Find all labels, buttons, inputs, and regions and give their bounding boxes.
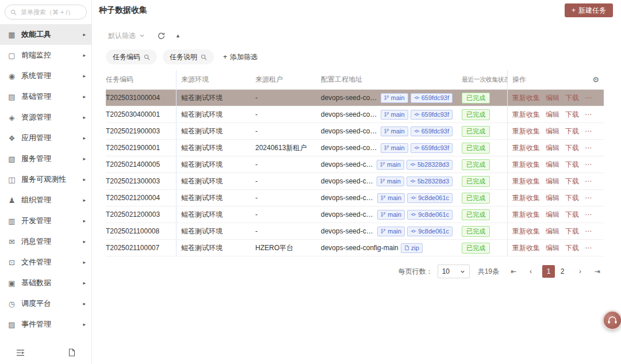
edit-link[interactable]: 编辑 (546, 110, 559, 120)
table-row[interactable]: T2025030400001 鲲苍测试环境 - devops-seed-con.… (106, 106, 604, 123)
table-row[interactable]: T2025021100007 鲲苍测试环境 HZERO平台 devops-see… (106, 240, 604, 256)
commit-tag[interactable]: 9c8de061c (407, 210, 453, 220)
sidebar-item[interactable]: ⊡ 文件管理 ▸ (0, 252, 91, 273)
edit-link[interactable]: 编辑 (546, 193, 559, 203)
recollect-link[interactable]: 重新收集 (512, 177, 540, 186)
more-actions-icon[interactable]: ⋯ (585, 94, 592, 102)
column-settings-icon[interactable]: ⚙ (592, 75, 599, 84)
column-header-task-code[interactable]: 任务编码 (106, 70, 176, 89)
more-actions-icon[interactable]: ⋯ (585, 127, 592, 135)
more-actions-icon[interactable]: ⋯ (585, 227, 592, 235)
sidebar-item[interactable]: ▥ 开发管理 ▸ (0, 210, 91, 231)
table-row[interactable]: T2025021300003 鲲苍测试环境 - devops-seed-co..… (106, 173, 604, 190)
column-header-repo[interactable]: 配置工程地址 (316, 70, 457, 89)
table-row[interactable]: T2025021900001 鲲苍测试环境 20240613新租户 devops… (106, 140, 604, 156)
table-row[interactable]: T2025021200004 鲲苍测试环境 - devops-seed-co..… (106, 190, 604, 206)
column-header-status[interactable]: 最近一次收集状态 (457, 70, 507, 89)
edit-link[interactable]: 编辑 (546, 127, 559, 136)
edit-link[interactable]: 编辑 (546, 227, 559, 236)
more-actions-icon[interactable]: ⋯ (585, 194, 592, 202)
download-link[interactable]: 下载 (565, 143, 579, 153)
edit-link[interactable]: 编辑 (546, 243, 559, 253)
more-actions-icon[interactable]: ⋯ (585, 160, 592, 168)
filter-chip[interactable]: 任务编码 (106, 49, 157, 64)
more-actions-icon[interactable]: ⋯ (585, 110, 592, 118)
branch-tag[interactable]: main (381, 93, 408, 103)
filter-chip[interactable]: 任务说明 (163, 49, 214, 64)
column-header-source-env[interactable]: 来源环境 (176, 70, 251, 89)
sidebar-item[interactable]: ♟ 组织管理 ▸ (0, 190, 91, 210)
sidebar-item[interactable]: ▤ 基础管理 ▸ (0, 86, 91, 107)
edit-link[interactable]: 编辑 (546, 160, 559, 170)
branch-tag[interactable]: main (381, 110, 408, 120)
branch-tag[interactable]: main (377, 210, 405, 220)
sidebar-item[interactable]: ▦ 效能工具 ▸ (0, 24, 91, 45)
table-row[interactable]: T2025021900003 鲲苍测试环境 - devops-seed-con.… (106, 123, 604, 140)
refresh-icon[interactable] (158, 32, 165, 40)
rows-per-page-select[interactable]: 10 (438, 265, 470, 278)
download-link[interactable]: 下载 (565, 127, 579, 136)
column-header-source-tenant[interactable]: 来源租户 (251, 70, 316, 89)
page-number-button[interactable]: 1 (542, 265, 555, 278)
add-filter-button[interactable]: + 添加筛选 (220, 52, 261, 62)
download-link[interactable]: 下载 (565, 177, 579, 186)
recollect-link[interactable]: 重新收集 (512, 143, 540, 153)
table-row[interactable]: T2025021400005 鲲苍测试环境 - devops-seed-co..… (106, 156, 604, 173)
branch-tag[interactable]: main (377, 160, 404, 170)
recollect-link[interactable]: 重新收集 (512, 193, 540, 203)
menu-search-box[interactable] (5, 5, 87, 20)
recollect-link[interactable]: 重新收集 (512, 160, 540, 170)
edit-link[interactable]: 编辑 (546, 210, 559, 220)
sidebar-item[interactable]: ◷ 调度平台 ▸ (0, 293, 91, 314)
page-number-button[interactable]: 2 (556, 265, 569, 278)
default-filter-select[interactable]: 默认筛选 (106, 31, 147, 41)
download-link[interactable]: 下载 (565, 160, 579, 170)
commit-tag[interactable]: 5b28328d3 (407, 160, 453, 170)
table-row[interactable]: T2025021200003 鲲苍测试环境 - devops-seed-co..… (106, 206, 604, 223)
more-actions-icon[interactable]: ⋯ (585, 177, 592, 185)
sidebar-item[interactable]: ▣ 基础数据 ▸ (0, 273, 91, 293)
commit-tag[interactable]: 659fdc93f (411, 110, 453, 120)
branch-tag[interactable]: main (381, 143, 408, 153)
edit-link[interactable]: 编辑 (546, 143, 559, 153)
menu-search-input[interactable] (20, 8, 81, 16)
sidebar-item[interactable]: ◫ 服务可观测性 ▸ (0, 169, 91, 190)
sidebar-item[interactable]: ◉ 系统管理 ▸ (0, 66, 91, 86)
new-task-button[interactable]: + 新建任务 (565, 3, 613, 17)
document-icon[interactable] (68, 348, 75, 357)
recollect-link[interactable]: 重新收集 (512, 227, 540, 236)
customer-service-button[interactable] (603, 311, 621, 330)
table-row[interactable]: T2025021100008 鲲苍测试环境 - devops-seed-co..… (106, 223, 604, 240)
download-link[interactable]: 下载 (565, 93, 579, 103)
recollect-link[interactable]: 重新收集 (512, 243, 540, 253)
commit-tag[interactable]: 659fdc93f (411, 127, 453, 136)
download-link[interactable]: 下载 (565, 193, 579, 203)
sidebar-item[interactable]: ▨ 事件管理 ▸ (0, 314, 91, 335)
commit-tag[interactable]: 5b28328d3 (407, 177, 453, 186)
more-actions-icon[interactable]: ⋯ (585, 244, 592, 252)
commit-tag[interactable]: 659fdc93f (411, 93, 453, 103)
download-link[interactable]: 下载 (565, 210, 579, 220)
recollect-link[interactable]: 重新收集 (512, 110, 540, 120)
commit-tag[interactable]: 9c8de061c (407, 227, 453, 236)
recollect-link[interactable]: 重新收集 (512, 93, 540, 103)
sidebar-item[interactable]: ✉ 消息管理 ▸ (0, 231, 91, 252)
more-actions-icon[interactable]: ⋯ (585, 144, 592, 152)
download-link[interactable]: 下载 (565, 243, 579, 253)
edit-link[interactable]: 编辑 (546, 177, 559, 186)
branch-tag[interactable]: main (377, 177, 404, 186)
branch-tag[interactable]: main (377, 193, 405, 203)
branch-tag[interactable]: main (381, 127, 408, 136)
zip-tag[interactable]: zip (401, 243, 423, 253)
branch-tag[interactable]: main (377, 227, 405, 236)
sidebar-item[interactable]: ◈ 资源管理 ▸ (0, 107, 91, 128)
edit-link[interactable]: 编辑 (546, 93, 559, 103)
commit-tag[interactable]: 9c8de061c (407, 193, 453, 203)
sidebar-item[interactable]: ▢ 前端监控 ▸ (0, 45, 91, 66)
recollect-link[interactable]: 重新收集 (512, 210, 540, 220)
recollect-link[interactable]: 重新收集 (512, 127, 540, 136)
first-page-button[interactable]: ⇤ (507, 265, 520, 278)
next-page-button[interactable]: › (574, 265, 586, 278)
collapse-filters-icon[interactable]: ▲ (175, 33, 181, 39)
last-page-button[interactable]: ⇥ (591, 265, 604, 278)
